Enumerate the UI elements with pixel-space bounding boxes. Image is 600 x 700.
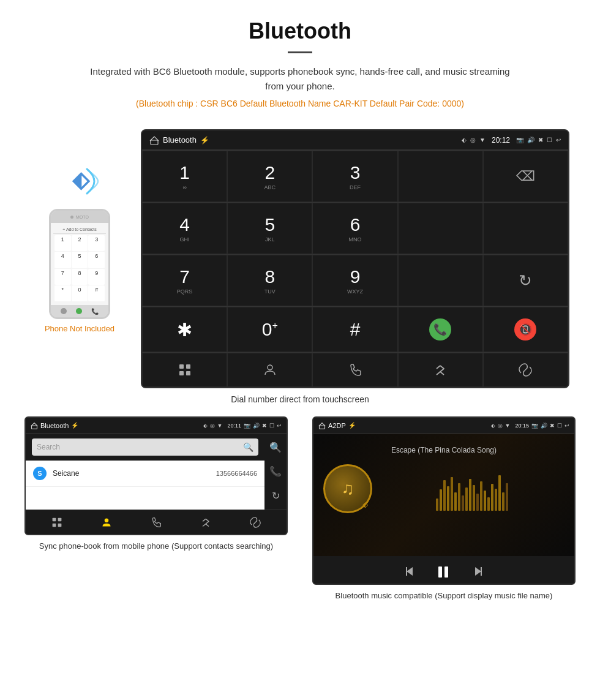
key-hash[interactable]: # xyxy=(312,307,397,352)
svg-line-14 xyxy=(254,521,257,524)
contacts-sidebar: 🔍 📞 ↻ xyxy=(264,434,287,510)
nav-person[interactable] xyxy=(227,353,312,387)
page-header: Bluetooth Integrated with BC6 Bluetooth … xyxy=(0,0,600,129)
dial-caption: Dial number direct from touchscreen xyxy=(0,388,600,416)
close-icon: ✖ xyxy=(538,137,543,143)
dial-bottom-nav xyxy=(142,352,568,387)
music-android-screen: A2DP ⚡ ⬖ ◎ ▼ 20:15 📷 🔊 ✖ ☐ ↩ Esc xyxy=(312,416,576,585)
key-7[interactable]: 7 PQRS xyxy=(142,255,227,306)
phone-dial-grid: 1 2 3 4 5 6 7 8 9 * 0 # xyxy=(53,234,106,303)
key-3[interactable]: 3 DEF xyxy=(312,151,397,202)
bluetooth-status-icon: ⬖ xyxy=(462,137,467,143)
call-red-btn[interactable]: 📵 xyxy=(514,318,536,341)
contacts-nav-phone[interactable] xyxy=(151,516,162,528)
page-title: Bluetooth xyxy=(12,18,588,44)
sidebar-refresh-icon[interactable]: ↻ xyxy=(272,490,280,502)
keypad-row-2: 4 GHI 5 JKL 6 MNO xyxy=(142,202,568,254)
svg-rect-2 xyxy=(179,364,184,369)
svg-rect-15 xyxy=(320,426,325,429)
contact-row[interactable]: S Seicane 13566664466 xyxy=(26,461,264,487)
contacts-caption: Sync phone-book from mobile phone (Suppo… xyxy=(39,540,273,552)
key-6[interactable]: 6 MNO xyxy=(312,203,397,254)
contacts-nav-link[interactable] xyxy=(250,516,261,528)
music-visualizer xyxy=(380,474,564,511)
key-9[interactable]: 9 WXYZ xyxy=(312,255,397,306)
key-star[interactable]: ✱ xyxy=(142,307,227,352)
status-left: Bluetooth ⚡ xyxy=(149,135,209,145)
phone-home-btn xyxy=(61,308,67,314)
key-empty-1 xyxy=(398,151,483,202)
prev-btn[interactable] xyxy=(404,563,418,578)
key-5[interactable]: 5 JKL xyxy=(227,203,312,254)
dial-status-bar: Bluetooth ⚡ ⬖ ◎ ▼ 20:12 📷 🔊 ✖ ☐ ↩ xyxy=(142,130,568,150)
key-0[interactable]: 0+ xyxy=(227,307,312,352)
search-placeholder: Search xyxy=(37,443,60,451)
back-icon: ↩ xyxy=(556,137,561,143)
specs-text: (Bluetooth chip : CSR BC6 Default Blueto… xyxy=(12,99,588,108)
search-bar[interactable]: Search 🔍 xyxy=(32,438,258,456)
phone-top-bar: MOTO xyxy=(51,211,108,223)
vis-bar-12 xyxy=(476,494,479,511)
bluetooth-waves-icon: ⬖ xyxy=(55,157,104,200)
phone-mockup: MOTO + Add to Contacts 1 2 3 4 5 6 7 8 9… xyxy=(49,209,110,319)
vis-bar-6 xyxy=(454,492,457,511)
svg-marker-20 xyxy=(475,567,481,576)
phone-key-3: 3 xyxy=(88,235,105,251)
contacts-content: Search 🔍 S Seicane 13566664466 xyxy=(26,434,264,510)
music-status-time: 20:15 xyxy=(515,423,529,429)
key-call-green[interactable]: 📞 xyxy=(398,307,483,352)
contacts-block: Bluetooth ⚡ ⬖ ◎ ▼ 20:11 📷 🔊 ✖ ☐ ↩ xyxy=(18,416,294,601)
contacts-nav-bluetooth[interactable] xyxy=(200,516,211,528)
key-call-red[interactable]: 📵 xyxy=(483,307,568,352)
vis-bar-5 xyxy=(451,477,453,511)
nav-link[interactable] xyxy=(483,353,568,387)
nav-phone[interactable] xyxy=(312,353,397,387)
contacts-list: S Seicane 13566664466 xyxy=(26,461,264,510)
key-4[interactable]: 4 GHI xyxy=(142,203,227,254)
contacts-bottom-nav xyxy=(26,510,287,534)
keypad-row-1: 1 ∞ 2 ABC 3 DEF ⌫ xyxy=(142,150,568,202)
nav-bluetooth[interactable] xyxy=(398,353,483,387)
sidebar-search-icon[interactable]: 🔍 xyxy=(269,442,282,453)
contacts-home-icon xyxy=(31,422,38,429)
phone-key-1: 1 xyxy=(54,235,71,251)
key-8[interactable]: 8 TUV xyxy=(227,255,312,306)
svg-rect-21 xyxy=(481,567,482,576)
phone-aside: ⬖ MOTO + Add to Contacts 1 2 3 4 5 xyxy=(31,129,129,333)
music-status-title: A2DP xyxy=(328,422,346,429)
phone-add-contacts-label: + Add to Contacts xyxy=(53,225,106,234)
next-btn[interactable] xyxy=(470,563,484,578)
svg-rect-18 xyxy=(438,566,442,578)
sidebar-phone-icon[interactable]: 📞 xyxy=(269,465,282,477)
phone-key-5: 5 xyxy=(72,252,88,268)
nav-grid[interactable] xyxy=(142,353,227,387)
vis-bar-14 xyxy=(484,491,486,511)
contact-avatar: S xyxy=(33,467,47,480)
key-1[interactable]: 1 ∞ xyxy=(142,151,227,202)
contacts-status-title: Bluetooth xyxy=(40,422,69,429)
contacts-person-icon xyxy=(101,517,112,528)
contacts-nav-person[interactable] xyxy=(101,516,112,528)
call-green-btn[interactable]: 📞 xyxy=(429,318,451,341)
vis-bar-8 xyxy=(462,495,464,511)
key-2[interactable]: 2 ABC xyxy=(227,151,312,202)
key-refresh[interactable]: ↻ xyxy=(483,255,568,306)
contacts-nav-grid[interactable] xyxy=(51,516,62,528)
play-pause-btn[interactable] xyxy=(436,562,452,580)
contacts-android-screen: Bluetooth ⚡ ⬖ ◎ ▼ 20:11 📷 🔊 ✖ ☐ ↩ xyxy=(24,416,288,535)
phone-key-6: 6 xyxy=(88,252,105,268)
vis-bar-9 xyxy=(465,487,468,511)
home-icon xyxy=(149,135,159,145)
header-divider xyxy=(288,51,312,53)
svg-rect-1 xyxy=(151,140,158,145)
svg-rect-5 xyxy=(186,371,190,375)
status-right: ⬖ ◎ ▼ 20:12 📷 🔊 ✖ ☐ ↩ xyxy=(462,136,561,145)
vis-bar-7 xyxy=(458,483,460,511)
grid-icon xyxy=(178,363,192,377)
bluetooth-nav-icon xyxy=(433,363,447,377)
phone-key-4: 4 xyxy=(54,252,71,268)
link-icon xyxy=(519,363,532,377)
key-backspace[interactable]: ⌫ xyxy=(483,151,568,202)
vis-bar-20 xyxy=(506,483,508,511)
music-note-icon: ♫ xyxy=(342,479,354,499)
